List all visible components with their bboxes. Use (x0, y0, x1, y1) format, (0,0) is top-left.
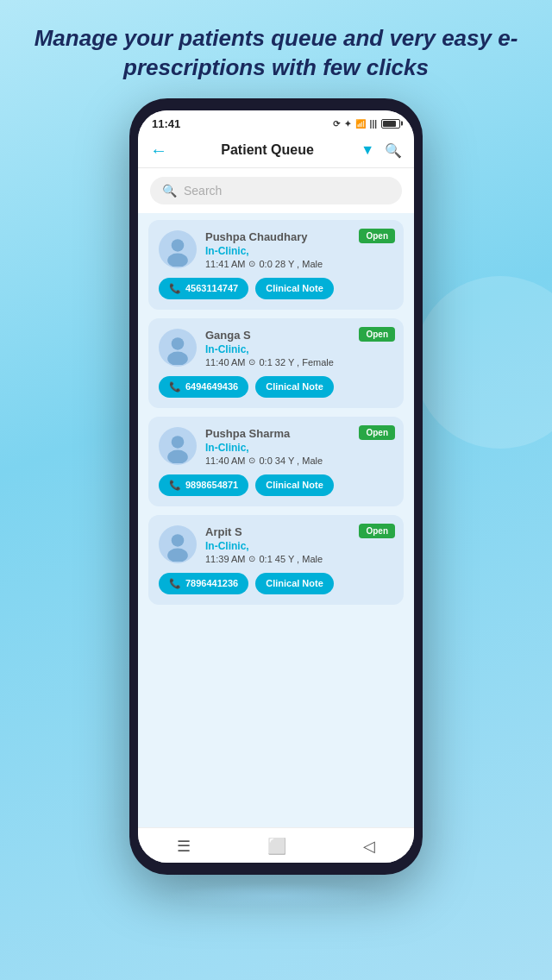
status-bar: 11:41 ⟳ ✦ 📶 ||| (138, 110, 414, 134)
card-top: Arpit S In-Clinic, 11:39 AM ⊙ 0:1 45 Y ,… (159, 525, 393, 564)
clock-icon: ⊙ (248, 455, 255, 465)
rotate-icon: ⟳ (333, 119, 340, 129)
search-bar-section: 🔍 Search (138, 168, 414, 213)
clock-icon: ⊙ (248, 357, 255, 367)
avatar (159, 230, 197, 268)
search-icon[interactable]: 🔍 (385, 142, 402, 159)
nav-back-icon[interactable]: ◁ (363, 837, 375, 856)
phone-mockup: 11:41 ⟳ ✦ 📶 ||| ← Patient Queue ▼ 🔍 (0, 98, 552, 875)
phone-button[interactable]: 📞4563114747 (159, 278, 248, 299)
card-actions: 📞9898654871 Clinical Note (159, 474, 393, 496)
open-badge: Open (359, 229, 395, 243)
patient-details: 11:39 AM ⊙ 0:1 45 Y , Male (205, 554, 393, 564)
phone-button[interactable]: 📞6494649436 (159, 376, 248, 398)
nav-bar: ☰ ⬜ ◁ (138, 827, 414, 863)
search-magnifier-icon: 🔍 (162, 184, 177, 198)
patient-card: Arpit S In-Clinic, 11:39 AM ⊙ 0:1 45 Y ,… (148, 515, 404, 605)
hero-title: Manage your patients queue and very easy… (0, 0, 552, 98)
svg-point-7 (172, 436, 185, 449)
clinical-note-button[interactable]: Clinical Note (255, 278, 334, 299)
avatar (159, 525, 197, 563)
open-badge: Open (359, 425, 395, 440)
clinic-label: In-Clinic, (205, 245, 393, 257)
clinic-label: In-Clinic, (205, 540, 393, 552)
phone-reflection (164, 883, 388, 909)
card-top: Ganga S In-Clinic, 11:40 AM ⊙ 0:1 32 Y ,… (159, 329, 393, 368)
patient-card: Pushpa Sharma In-Clinic, 11:40 AM ⊙ 0:0 … (148, 417, 404, 506)
patient-details: 11:40 AM ⊙ 0:1 32 Y , Female (205, 357, 393, 368)
phone-icon: 📞 (169, 381, 181, 393)
clinical-note-button[interactable]: Clinical Note (255, 376, 334, 398)
svg-point-4 (172, 337, 185, 350)
filter-icon[interactable]: ▼ (361, 142, 374, 158)
svg-point-10 (172, 534, 185, 547)
clinic-label: In-Clinic, (205, 442, 393, 454)
header-icons: ▼ 🔍 (361, 142, 402, 159)
patient-list: Pushpa Chaudhary In-Clinic, 11:41 AM ⊙ 0… (138, 213, 414, 827)
phone-screen: 11:41 ⟳ ✦ 📶 ||| ← Patient Queue ▼ 🔍 (138, 110, 414, 863)
open-badge: Open (359, 327, 395, 342)
card-top: Pushpa Chaudhary In-Clinic, 11:41 AM ⊙ 0… (159, 230, 393, 269)
nav-home-icon[interactable]: ⬜ (267, 837, 286, 856)
wifi-icon: ||| (370, 119, 377, 129)
nav-menu-icon[interactable]: ☰ (177, 837, 191, 856)
phone-icon: 📞 (169, 283, 181, 294)
back-button[interactable]: ← (150, 141, 167, 160)
patient-card: Pushpa Chaudhary In-Clinic, 11:41 AM ⊙ 0… (148, 220, 404, 310)
search-placeholder: Search (184, 184, 222, 198)
status-icons: ⟳ ✦ 📶 ||| (333, 119, 400, 129)
search-input-wrap[interactable]: 🔍 Search (150, 177, 402, 204)
card-actions: 📞7896441236 Clinical Note (159, 573, 393, 594)
app-header: ← Patient Queue ▼ 🔍 (138, 134, 414, 168)
phone-icon: 📞 (169, 480, 181, 491)
clinical-note-button[interactable]: Clinical Note (255, 573, 334, 594)
status-time: 11:41 (152, 117, 180, 130)
battery-icon (381, 119, 400, 129)
phone-frame: 11:41 ⟳ ✦ 📶 ||| ← Patient Queue ▼ 🔍 (129, 98, 423, 875)
clock-icon: ⊙ (248, 259, 255, 268)
phone-button[interactable]: 📞7896441236 (159, 573, 248, 594)
app-title: Patient Queue (174, 142, 361, 158)
signal-icon: 📶 (355, 119, 366, 129)
phone-button[interactable]: 📞9898654871 (159, 474, 248, 496)
card-top: Pushpa Sharma In-Clinic, 11:40 AM ⊙ 0:0 … (159, 427, 393, 466)
open-badge: Open (359, 524, 395, 538)
clinic-label: In-Clinic, (205, 343, 393, 355)
patient-details: 11:41 AM ⊙ 0:0 28 Y , Male (205, 259, 393, 269)
phone-icon: 📞 (169, 578, 181, 589)
avatar (159, 329, 197, 367)
avatar (159, 427, 197, 465)
clinical-note-button[interactable]: Clinical Note (255, 474, 334, 496)
card-actions: 📞4563114747 Clinical Note (159, 278, 393, 299)
clock-icon: ⊙ (248, 554, 255, 563)
patient-card: Ganga S In-Clinic, 11:40 AM ⊙ 0:1 32 Y ,… (148, 318, 404, 408)
card-actions: 📞6494649436 Clinical Note (159, 376, 393, 398)
svg-point-1 (172, 239, 185, 252)
patient-details: 11:40 AM ⊙ 0:0 34 Y , Male (205, 455, 393, 466)
bluetooth-icon: ✦ (344, 119, 351, 129)
